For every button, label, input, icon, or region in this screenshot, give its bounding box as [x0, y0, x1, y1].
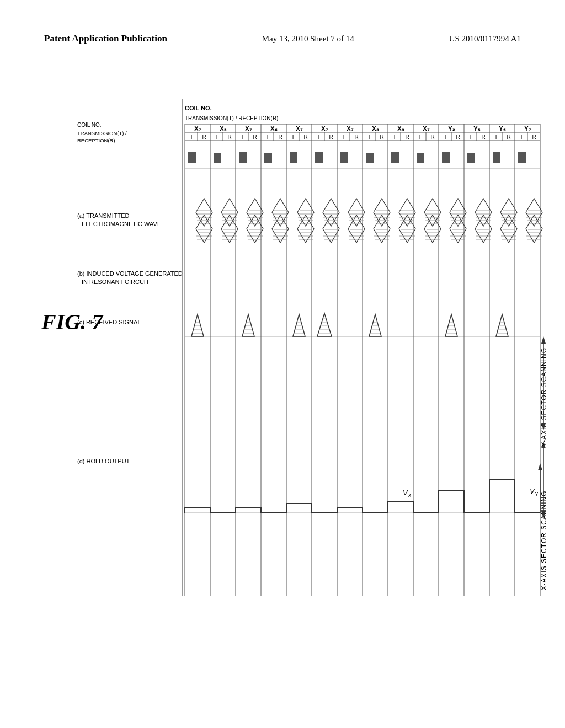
svg-rect-88 — [366, 153, 374, 163]
svg-text:X₇: X₇ — [194, 125, 201, 132]
svg-text:T: T — [367, 134, 371, 140]
svg-text:X₇: X₇ — [245, 125, 252, 132]
svg-text:T: T — [444, 134, 447, 140]
svg-text:(c) RECEIVED SIGNAL: (c) RECEIVED SIGNAL — [77, 319, 141, 325]
svg-text:Y₇: Y₇ — [524, 125, 531, 132]
svg-text:Y-AXIS SECTOR SCANNING: Y-AXIS SECTOR SCANNING — [540, 347, 548, 447]
svg-text:TRANSMISSION(T) /: TRANSMISSION(T) / — [77, 130, 127, 136]
svg-rect-90 — [417, 153, 424, 163]
svg-marker-250 — [191, 314, 204, 336]
svg-text:T: T — [215, 134, 218, 140]
svg-text:ELECTROMAGNETIC WAVE: ELECTROMAGNETIC WAVE — [82, 221, 161, 227]
header: Patent Application Publication May 13, 2… — [0, 33, 565, 44]
svg-text:T: T — [317, 134, 320, 140]
svg-rect-82 — [214, 153, 221, 163]
page: Patent Application Publication May 13, 2… — [0, 0, 565, 728]
svg-text:R: R — [481, 134, 485, 140]
svg-text:T: T — [342, 134, 345, 140]
svg-text:R: R — [380, 134, 383, 140]
svg-text:T: T — [291, 134, 295, 140]
svg-text:y: y — [535, 490, 538, 496]
svg-rect-86 — [315, 152, 323, 163]
svg-text:X₈: X₈ — [372, 125, 379, 132]
publication-number: US 2010/0117994 A1 — [449, 34, 521, 44]
svg-text:(d) HOLD OUTPUT: (d) HOLD OUTPUT — [77, 458, 130, 464]
svg-rect-94 — [518, 152, 526, 163]
svg-text:X₇: X₇ — [296, 125, 302, 132]
svg-text:T: T — [190, 134, 193, 140]
svg-text:(b) INDUCED VOLTAGE GENERATED: (b) INDUCED VOLTAGE GENERATED — [77, 270, 183, 277]
svg-text:T: T — [241, 134, 244, 140]
svg-marker-271 — [369, 314, 381, 336]
svg-text:X₇: X₇ — [423, 125, 429, 132]
svg-marker-290 — [538, 463, 542, 470]
svg-text:R: R — [202, 134, 206, 140]
svg-text:R: R — [405, 134, 409, 140]
svg-text:T: T — [469, 134, 472, 140]
svg-text:T: T — [520, 134, 523, 140]
svg-text:COIL NO.: COIL NO. — [77, 122, 102, 128]
svg-text:V: V — [530, 487, 535, 495]
svg-text:R: R — [507, 134, 510, 140]
svg-text:R: R — [253, 134, 257, 140]
publication-date-sheet: May 13, 2010 Sheet 7 of 14 — [262, 34, 354, 44]
main-diagram: COIL NO. TRANSMISSION(T) / RECEPTION(R) — [72, 72, 552, 706]
svg-text:x: x — [408, 492, 411, 498]
svg-marker-265 — [317, 313, 332, 336]
svg-text:R: R — [430, 134, 434, 140]
svg-text:T: T — [494, 134, 498, 140]
svg-rect-84 — [264, 153, 272, 163]
svg-text:R: R — [227, 134, 231, 140]
svg-text:IN RESONANT CIRCUIT: IN RESONANT CIRCUIT — [82, 279, 150, 285]
svg-text:T: T — [418, 134, 422, 140]
svg-text:X₆: X₆ — [270, 125, 277, 132]
svg-rect-93 — [493, 152, 500, 163]
svg-rect-91 — [442, 152, 450, 163]
svg-marker-299 — [541, 336, 546, 344]
svg-text:X₇: X₇ — [321, 125, 328, 132]
svg-marker-255 — [242, 314, 254, 336]
svg-text:TRANSMISSION(T) / RECEPTION(R): TRANSMISSION(T) / RECEPTION(R) — [185, 115, 278, 121]
svg-rect-89 — [391, 152, 399, 163]
svg-text:X-AXIS SECTOR SCANNING: X-AXIS SECTOR SCANNING — [540, 490, 548, 590]
svg-text:Y₃: Y₃ — [448, 125, 455, 132]
svg-text:T: T — [393, 134, 396, 140]
svg-text:T: T — [266, 134, 269, 140]
svg-rect-85 — [290, 152, 297, 163]
svg-text:R: R — [329, 134, 333, 140]
svg-text:Y₆: Y₆ — [499, 125, 505, 132]
publication-type: Patent Application Publication — [44, 33, 167, 44]
svg-rect-83 — [239, 152, 247, 163]
svg-marker-260 — [293, 314, 305, 336]
svg-rect-87 — [340, 152, 348, 163]
svg-text:X₇: X₇ — [347, 125, 353, 132]
svg-marker-276 — [445, 314, 457, 336]
svg-rect-81 — [188, 152, 196, 163]
svg-text:Y₅: Y₅ — [473, 125, 480, 132]
svg-text:R: R — [456, 134, 460, 140]
svg-text:COIL NO.: COIL NO. — [185, 105, 212, 111]
svg-rect-92 — [467, 153, 475, 163]
svg-text:RECEPTION(R): RECEPTION(R) — [77, 137, 115, 143]
svg-text:R: R — [278, 134, 282, 140]
svg-text:V: V — [403, 489, 408, 497]
svg-text:X₉: X₉ — [397, 125, 404, 132]
svg-text:(a) TRANSMITTED: (a) TRANSMITTED — [77, 212, 130, 219]
svg-text:R: R — [532, 134, 536, 140]
svg-text:R: R — [303, 134, 307, 140]
svg-text:X₅: X₅ — [220, 125, 226, 132]
svg-text:R: R — [354, 134, 358, 140]
svg-marker-281 — [496, 314, 508, 336]
